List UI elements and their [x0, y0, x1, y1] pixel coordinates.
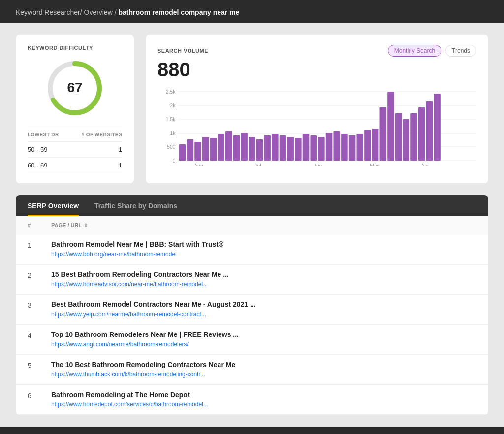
sv-number: 880 — [158, 59, 476, 81]
svg-rect-27 — [272, 134, 279, 161]
kd-col-websites: # OF WEBSITES — [82, 132, 122, 137]
serp-tabs-bar: SERP Overview Traffic Share by Domains — [16, 195, 488, 216]
svg-text:Apr: Apr — [421, 163, 429, 166]
svg-rect-37 — [349, 135, 356, 161]
col-url-header: PAGE / URL ⇕ — [51, 222, 476, 228]
serp-table-header: # PAGE / URL ⇕ — [16, 216, 488, 234]
svg-rect-36 — [341, 134, 348, 161]
sort-icon: ⇕ — [84, 223, 88, 228]
svg-rect-34 — [326, 133, 333, 161]
chart-area: 2.5k 2k 1.5k 1k 500 0 — [158, 87, 476, 166]
row-url[interactable]: https://www.bbb.org/near-me/bathroom-rem… — [51, 251, 177, 258]
sv-tabs: Monthly Search Trends — [388, 45, 476, 57]
row-url[interactable]: https://www.thumbtack.com/k/bathroom-rem… — [51, 371, 205, 378]
svg-rect-20 — [218, 134, 224, 161]
main-content: KEYWORD DIFFICULTY 67 LOWEST DR # OF WEB… — [0, 23, 504, 427]
svg-rect-45 — [410, 113, 417, 161]
svg-text:67: 67 — [67, 80, 82, 95]
svg-rect-16 — [187, 139, 194, 161]
row-title: The 10 Best Bathroom Remodeling Contract… — [51, 361, 476, 368]
svg-rect-21 — [225, 131, 232, 161]
svg-rect-26 — [264, 135, 271, 161]
svg-rect-17 — [194, 142, 201, 161]
svg-rect-22 — [233, 135, 240, 161]
svg-rect-41 — [380, 107, 387, 161]
row-content: Bathroom Remodel Near Me | BBB: Start wi… — [51, 240, 476, 258]
row-rank: 4 — [28, 331, 51, 339]
row-rank: 5 — [28, 361, 51, 369]
svg-rect-46 — [418, 107, 425, 161]
sv-title: SEARCH VOLUME — [158, 48, 208, 54]
svg-rect-28 — [280, 135, 286, 161]
svg-text:0: 0 — [173, 158, 176, 164]
row-url[interactable]: https://www.angi.com/nearme/bathroom-rem… — [51, 341, 189, 348]
col-num-header: # — [28, 222, 51, 228]
table-row: 4 Top 10 Bathroom Remodelers Near Me | F… — [16, 325, 488, 355]
row-rank: 3 — [28, 300, 51, 309]
svg-rect-43 — [395, 113, 402, 161]
trends-tab[interactable]: Trends — [445, 45, 476, 57]
monthly-search-tab[interactable]: Monthly Search — [388, 45, 441, 57]
row-title: Best Bathroom Remodel Contractors Near M… — [51, 300, 476, 308]
row-rank: 2 — [28, 270, 51, 279]
svg-text:1.5k: 1.5k — [166, 117, 176, 122]
kd-count-1: 1 — [119, 146, 122, 153]
svg-rect-32 — [310, 135, 317, 161]
kd-range-2: 60 - 69 — [28, 162, 47, 169]
svg-rect-18 — [202, 137, 209, 161]
serp-section: SERP Overview Traffic Share by Domains #… — [16, 195, 488, 415]
svg-rect-48 — [434, 94, 441, 161]
svg-rect-39 — [364, 130, 371, 161]
svg-rect-35 — [333, 131, 340, 161]
svg-rect-15 — [179, 144, 186, 161]
row-content: Best Bathroom Remodel Contractors Near M… — [51, 300, 476, 318]
search-volume-card: SEARCH VOLUME Monthly Search Trends 880 — [146, 35, 488, 183]
svg-text:Jul: Jul — [254, 163, 261, 166]
row-url[interactable]: https://www.homedepot.com/services/c/bat… — [51, 401, 208, 408]
svg-rect-24 — [249, 137, 255, 161]
row-title: Bathroom Remodel Near Me | BBB: Start wi… — [51, 240, 476, 248]
svg-text:2k: 2k — [170, 103, 176, 108]
svg-rect-23 — [241, 133, 248, 161]
svg-text:May: May — [370, 163, 380, 166]
row-title: Top 10 Bathroom Remodelers Near Me | FRE… — [51, 331, 476, 338]
serp-overview-tab[interactable]: SERP Overview — [28, 195, 79, 216]
traffic-share-tab[interactable]: Traffic Share by Domains — [94, 195, 177, 216]
gauge-container: 67 — [28, 59, 122, 118]
svg-text:Jun: Jun — [314, 163, 322, 166]
svg-rect-31 — [303, 134, 310, 161]
row-rank: 6 — [28, 391, 51, 400]
table-row: 5 The 10 Best Bathroom Remodeling Contra… — [16, 355, 488, 385]
kd-table: LOWEST DR # OF WEBSITES 50 - 59 1 60 - 6… — [28, 128, 122, 173]
kd-title: KEYWORD DIFFICULTY — [28, 45, 122, 51]
svg-text:Aug: Aug — [194, 163, 203, 166]
table-row: 3 Best Bathroom Remodel Contractors Near… — [16, 295, 488, 325]
row-url[interactable]: https://www.yelp.com/nearme/bathroom-rem… — [51, 311, 206, 318]
row-title: 15 Best Bathroom Remodeling Contractors … — [51, 270, 476, 278]
breadcrumb-keyword: bathroom remodel company near me — [119, 8, 240, 16]
svg-rect-29 — [287, 137, 294, 161]
volume-chart: 2.5k 2k 1.5k 1k 500 0 — [158, 87, 476, 166]
row-rank: 1 — [28, 240, 51, 249]
svg-rect-30 — [295, 138, 302, 161]
row-title: Bathroom Remodeling at The Home Depot — [51, 391, 476, 399]
kd-range-1: 50 - 59 — [28, 146, 47, 153]
kd-row-1: 50 - 59 1 — [28, 142, 122, 158]
row-content: The 10 Best Bathroom Remodeling Contract… — [51, 361, 476, 378]
gauge-chart: 67 — [45, 59, 104, 118]
svg-rect-44 — [403, 119, 410, 161]
row-content: Top 10 Bathroom Remodelers Near Me | FRE… — [51, 331, 476, 348]
svg-rect-40 — [372, 129, 379, 161]
sv-header: SEARCH VOLUME Monthly Search Trends — [158, 45, 476, 57]
svg-rect-42 — [387, 92, 394, 161]
kd-col-dr: LOWEST DR — [28, 132, 59, 137]
row-content: 15 Best Bathroom Remodeling Contractors … — [51, 270, 476, 288]
row-url[interactable]: https://www.homeadvisor.com/near-me/bath… — [51, 281, 208, 288]
kd-table-header: LOWEST DR # OF WEBSITES — [28, 128, 122, 142]
svg-rect-33 — [318, 137, 325, 161]
table-row: 1 Bathroom Remodel Near Me | BBB: Start … — [16, 234, 488, 265]
kd-row-2: 60 - 69 1 — [28, 158, 122, 173]
breadcrumb-prefix: Keyword Researcher/ Overview / — [16, 8, 119, 16]
svg-rect-38 — [356, 134, 363, 161]
kd-count-2: 1 — [119, 162, 122, 169]
